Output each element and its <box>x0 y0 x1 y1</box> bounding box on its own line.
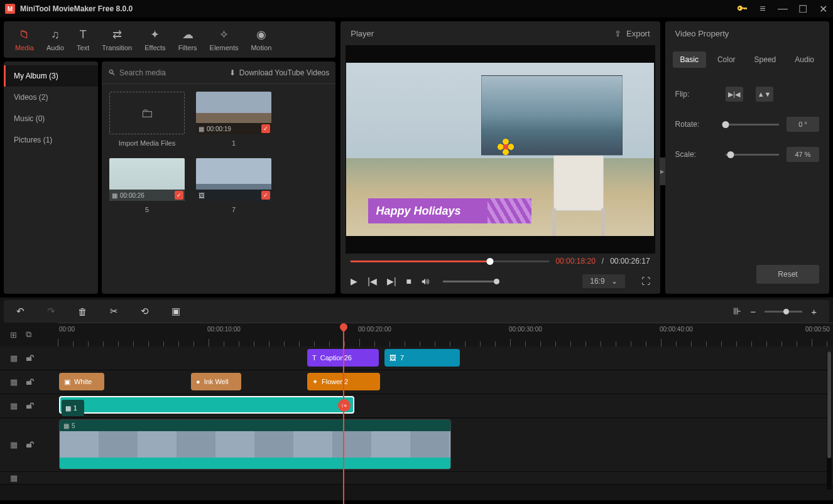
vertical-scrollbar[interactable] <box>827 351 832 490</box>
lock-icon[interactable]: 🔓︎ <box>26 440 35 449</box>
clip-pip[interactable]: 🖼︎7 <box>384 349 460 367</box>
track-layers-button[interactable]: ⧉ <box>26 330 31 340</box>
flip-label: Flip: <box>675 90 726 99</box>
props-title: Video Property <box>675 29 729 38</box>
check-icon: ✓ <box>175 191 183 200</box>
media-thumb-5[interactable]: ▦00:00:26 ✓ <box>109 158 185 201</box>
export-button[interactable]: ⇧Export <box>614 29 650 38</box>
rotate-value[interactable]: 0 ° <box>787 117 819 132</box>
tab-color[interactable]: Color <box>710 51 743 68</box>
time-total: 00:00:26:17 <box>610 257 650 265</box>
volume-button[interactable]: 🔊︎ <box>422 276 430 286</box>
speed-button[interactable]: ⟲ <box>141 306 149 317</box>
zoom-in-button[interactable]: + <box>811 306 817 317</box>
lock-icon[interactable]: 🔓︎ <box>26 401 35 410</box>
player-title: Player <box>351 29 374 38</box>
sparkle-icon: ✦ <box>312 378 318 386</box>
tab-effects[interactable]: ✦Effects <box>138 25 172 54</box>
elements-icon: ✧ <box>219 28 229 41</box>
text-icon: T <box>312 354 317 362</box>
tab-label: Filters <box>178 44 197 51</box>
track-type-icon: ▦ <box>10 473 18 483</box>
lock-icon[interactable]: 🔓︎ <box>26 377 35 387</box>
fullscreen-button[interactable]: ⛶ <box>641 276 650 286</box>
thumb-duration: 00:00:19 <box>207 126 231 132</box>
film-icon: ▦ <box>112 192 117 199</box>
tab-media[interactable]: 📁︎Media <box>9 25 40 54</box>
clip-label: Ink Well <box>204 378 229 385</box>
add-track-button[interactable]: ⊞ <box>10 330 17 340</box>
ruler-mark: 00:00:40:00 <box>660 326 693 333</box>
cut-indicator[interactable]: ✂ <box>338 399 351 412</box>
minimize-icon[interactable]: — <box>778 4 788 14</box>
aspect-ratio-select[interactable]: 16:9⌄ <box>582 274 624 288</box>
stop-button[interactable]: ■ <box>406 276 411 286</box>
reset-button[interactable]: Reset <box>756 265 819 284</box>
sidebar-item-myalbum[interactable]: My Album (3) <box>4 65 98 87</box>
clip-label: 7 <box>400 354 404 362</box>
maximize-icon[interactable]: ☐ <box>798 4 808 14</box>
clip-video-5[interactable]: ▦5 <box>59 419 451 469</box>
layers-icon: ▣ <box>64 378 70 386</box>
flip-vertical-button[interactable]: ▲▼ <box>756 87 773 102</box>
menu-icon[interactable]: ≡ <box>758 4 768 14</box>
rotate-slider[interactable] <box>726 124 779 126</box>
sidebar-item-music[interactable]: Music (0) <box>4 108 98 129</box>
caption-text: Happy Holidays <box>376 205 460 218</box>
film-icon: ▦ <box>63 422 69 429</box>
next-frame-button[interactable]: ▶| <box>387 276 396 286</box>
clip-video-1[interactable]: ▦1 <box>59 396 354 414</box>
sidebar-item-pictures[interactable]: Pictures (1) <box>4 129 98 151</box>
download-youtube-button[interactable]: ⬇Download YouTube Videos <box>229 68 329 77</box>
snap-button[interactable]: ⊪ <box>733 306 741 317</box>
sidebar-item-videos[interactable]: Videos (2) <box>4 87 98 108</box>
prev-frame-button[interactable]: |◀ <box>368 276 377 286</box>
film-icon: ▦ <box>199 126 204 132</box>
close-icon[interactable]: ✕ <box>818 4 828 14</box>
import-label: Import Media Files <box>119 139 175 147</box>
undo-button[interactable]: ↶ <box>16 306 24 317</box>
import-media-button[interactable]: 🗀 <box>109 92 185 134</box>
tab-filters[interactable]: ☁Filters <box>172 25 204 54</box>
time-current: 00:00:18:20 <box>555 257 595 265</box>
redo-button[interactable]: ↷ <box>47 306 55 317</box>
playhead[interactable] <box>343 323 344 504</box>
film-icon: ▦ <box>65 405 71 412</box>
tab-text[interactable]: TText <box>70 25 95 54</box>
search-placeholder: Search media <box>119 68 166 77</box>
split-button[interactable]: ✂ <box>110 306 118 317</box>
clip-ink[interactable]: ●Ink Well <box>191 373 241 390</box>
media-thumb-7[interactable]: 🖼︎ ✓ <box>196 158 271 201</box>
tab-transition[interactable]: ⇄Transition <box>95 25 138 54</box>
volume-slider[interactable] <box>443 281 499 282</box>
scale-value[interactable]: 47 % <box>787 147 819 162</box>
track-type-icon: ▦ <box>10 377 18 387</box>
preview-canvas[interactable]: Happy Holidays <box>346 45 655 254</box>
play-button[interactable]: ▶ <box>351 276 357 286</box>
collapse-panel-button[interactable]: ▶ <box>660 158 665 185</box>
key-icon[interactable]: 🔑︎ <box>738 4 748 14</box>
track-type-icon: ▦ <box>10 440 18 449</box>
tab-audio-prop[interactable]: Audio <box>787 51 822 68</box>
media-thumb-1[interactable]: ▦00:00:19 ✓ <box>196 92 271 134</box>
zoom-slider[interactable] <box>765 311 802 313</box>
tab-basic[interactable]: Basic <box>673 51 706 68</box>
delete-button[interactable]: 🗑︎ <box>78 306 87 317</box>
flip-horizontal-button[interactable]: ▶|◀ <box>726 87 743 102</box>
search-input[interactable]: 🔍︎Search media <box>108 68 224 77</box>
tab-motion[interactable]: ◉Motion <box>244 25 278 54</box>
tab-audio[interactable]: ♫Audio <box>40 25 70 54</box>
clip-label: 1 <box>74 405 77 412</box>
lock-icon[interactable]: 🔓︎ <box>26 353 35 363</box>
time-ruler[interactable]: 00:00 00:00:10:00 00:00:20:00 00:00:30:0… <box>58 323 833 346</box>
rotate-label: Rotate: <box>675 120 726 129</box>
clip-white[interactable]: ▣White <box>59 373 104 390</box>
zoom-out-button[interactable]: − <box>750 306 756 317</box>
crop-button[interactable]: ▣ <box>172 306 180 317</box>
music-icon: ♫ <box>51 28 60 41</box>
scale-slider[interactable] <box>726 154 779 156</box>
progress-bar[interactable] <box>351 260 549 262</box>
tab-elements[interactable]: ✧Elements <box>204 25 245 54</box>
motion-icon: ◉ <box>256 28 266 41</box>
tab-speed[interactable]: Speed <box>747 51 784 68</box>
